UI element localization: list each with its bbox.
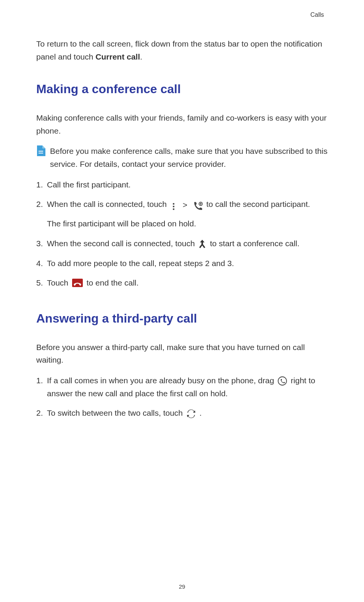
merge-calls-icon [198,239,206,249]
svg-rect-1 [39,153,43,153]
step5-text-b: to end the call. [87,278,139,287]
svg-rect-3 [173,206,174,207]
section2-step-2: To switch between the two calls, touch . [36,407,328,420]
step4-text: To add more people to the call, repeat s… [47,259,234,268]
intro-bold: Current call [95,52,140,61]
intro-text-after: . [140,52,142,61]
page-number: 29 [0,583,364,590]
section-heading-conference: Making a conference call [36,82,328,96]
step2-text-a: When the call is connected, touch [47,200,169,208]
intro-text-before: To return to the call screen, flick down… [36,39,322,61]
answer-call-icon [278,376,287,386]
step2-subtext: The first participant will be placed on … [47,217,328,230]
step-4: To add more people to the call, repeat s… [36,257,328,270]
step2-text-b: to call the second participant. [206,200,310,208]
swap-calls-icon [187,409,196,418]
svg-rect-4 [173,208,174,210]
note-text: Before you make conference calls, make s… [50,145,328,170]
step-1: Call the first participant. [36,178,328,191]
svg-rect-2 [173,203,174,205]
section2-intro: Before you answer a third-party call, ma… [36,341,328,366]
note-block: Before you make conference calls, make s… [36,145,328,170]
s2-step2-text-b: . [200,408,202,417]
s2-step1-text-a: If a call comes in when you are already … [47,376,276,385]
note-icon [36,145,45,156]
section2-steps: If a call comes in when you are already … [36,374,328,420]
step-2: When the call is connected, touch > to c… [36,198,328,230]
chevron-icon: > [183,199,187,211]
svg-rect-0 [39,151,43,152]
intro-paragraph: To return to the call screen, flick down… [36,37,328,63]
menu-icon [171,201,177,209]
step3-text-a: When the second call is connected, touch [47,239,197,248]
s2-step2-text-a: To switch between the two calls, touch [47,408,185,417]
step3-text-b: to start a conference call. [210,239,300,248]
section2-step-1: If a call comes in when you are already … [36,374,328,400]
section1-intro: Making conference calls with your friend… [36,111,328,137]
add-call-icon [193,201,203,209]
section1-steps: Call the first participant. When the cal… [36,178,328,289]
page-header-chapter: Calls [36,11,328,18]
step-5: Touch to end the call. [36,276,328,289]
end-call-icon [72,279,83,287]
section-heading-thirdparty: Answering a third-party call [36,311,328,326]
step5-text-a: Touch [47,278,71,287]
step1-text: Call the first participant. [47,180,130,189]
step-3: When the second call is connected, touch… [36,237,328,250]
svg-point-8 [278,377,287,385]
